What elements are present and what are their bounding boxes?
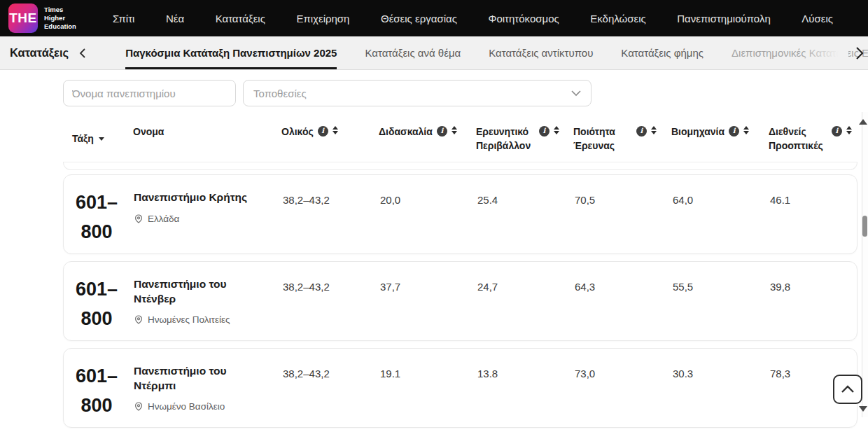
the-logo-text: THE — [9, 11, 37, 26]
score-cell: 55,5 — [664, 281, 761, 340]
column-header-research-environment[interactable]: Ερευνητικό Περιβάλλον i — [468, 120, 565, 153]
chevron-up-icon — [841, 385, 855, 393]
rank-cell: 601– 800 — [64, 188, 125, 253]
back-to-top-button[interactable] — [833, 375, 862, 404]
rankings-tab-bar: Κατατάξεις Παγκόσμια Κατάταξη Πανεπιστημ… — [0, 36, 868, 70]
info-icon[interactable]: i — [636, 126, 647, 137]
university-location: Ηνωμένο Βασίλειο — [134, 401, 261, 412]
sort-toggle-icon[interactable] — [332, 126, 338, 134]
sort-toggle-icon[interactable] — [451, 126, 457, 134]
column-header-international-outlook[interactable]: Διεθνείς Προοπτικές i — [760, 120, 858, 153]
tab-interdisciplinary-rankings[interactable]: Διεπιστημονικές Κατατάξεις Επιστ — [732, 36, 868, 69]
rank-cell: 601– 800 — [64, 274, 125, 340]
nav-item-business[interactable]: Επιχείρηση — [296, 13, 349, 25]
nav-item-news[interactable]: Νέα — [166, 13, 184, 25]
info-icon[interactable]: i — [437, 126, 447, 137]
score-cell: 30.3 — [664, 368, 761, 427]
table-row[interactable]: 601– 800 Πανεπιστήμιο του Ντένβερ Ηνωμέν… — [63, 261, 858, 341]
score-cell: 25.4 — [468, 194, 566, 253]
nav-item-campus[interactable]: Πανεπιστημιούπολη — [677, 13, 770, 25]
tab-world-university-rankings-2025[interactable]: Παγκόσμια Κατάταξη Πανεπιστημίων 2025 — [125, 36, 337, 69]
chevron-left-icon — [78, 48, 86, 59]
score-cell: 73,0 — [566, 368, 664, 427]
column-header-teaching[interactable]: Διδασκαλία i — [370, 120, 468, 153]
table-body: 601– 800 Πανεπιστήμιο Κρήτης Ελλάδα 38,2… — [63, 174, 858, 428]
scroll-tabs-left-button[interactable] — [78, 48, 86, 59]
scrollbar-track[interactable] — [862, 112, 868, 417]
nav-item-jobs[interactable]: Θέσεις εργασίας — [381, 13, 457, 25]
rankings-tabs: Παγκόσμια Κατάταξη Πανεπιστημίων 2025 Κα… — [125, 36, 868, 69]
scrollbar-up-arrow[interactable] — [859, 119, 867, 125]
rankings-table: Τάξη Ονομα Ολικός i Διδασκαλία i Ερευνητ… — [63, 118, 858, 435]
info-icon[interactable]: i — [318, 126, 328, 137]
location-pin-icon — [134, 314, 144, 325]
overall-column-label: Ολικός — [281, 125, 314, 139]
table-row[interactable]: 601– 800 Πανεπιστήμιο του Ντέρμπι Ηνωμέν… — [63, 348, 858, 428]
industry-column-label: Βιομηχανία — [671, 125, 724, 139]
university-name-link[interactable]: Πανεπιστήμιο του Ντέρμπι — [134, 364, 261, 393]
name-cell: Πανεπιστήμιο Κρήτης Ελλάδα — [125, 188, 274, 253]
filters-row: Τοποθεσίες — [63, 80, 592, 106]
tab-reputation-rankings[interactable]: Κατατάξεις φήμης — [621, 36, 704, 69]
score-cell: 38,2–43,2 — [274, 368, 371, 427]
chevron-right-icon — [855, 46, 864, 60]
nav-item-solutions[interactable]: Λύσεις — [802, 13, 833, 25]
top-nav-items: Σπίτι Νέα Κατατάξεις Επιχείρηση Θέσεις ε… — [113, 13, 857, 25]
nav-item-events[interactable]: Εκδηλώσεις — [590, 13, 646, 25]
university-name-link[interactable]: Πανεπιστήμιο Κρήτης — [134, 190, 261, 205]
sort-toggle-icon[interactable] — [651, 126, 657, 134]
info-icon[interactable]: i — [832, 126, 842, 137]
scroll-tabs-right-button[interactable] — [855, 46, 864, 63]
column-header-industry[interactable]: Βιομηχανία i — [663, 120, 760, 153]
info-icon[interactable]: i — [539, 126, 550, 137]
score-cell: 39,8 — [761, 281, 858, 340]
country-label: Ελλάδα — [148, 214, 179, 224]
tab-rankings-by-subject[interactable]: Κατατάξεις ανά θέμα — [365, 36, 461, 69]
section-title: Κατατάξεις — [10, 46, 69, 60]
top-navigation-bar: THE Times Higher Education Σπίτι Νέα Κατ… — [0, 0, 868, 36]
tab-impact-rankings[interactable]: Κατατάξεις αντίκτυπου — [489, 36, 593, 69]
column-header-name[interactable]: Ονομα — [125, 120, 273, 153]
column-header-rank[interactable]: Τάξη — [63, 120, 125, 153]
university-name-link[interactable]: Πανεπιστήμιο του Ντένβερ — [134, 277, 261, 307]
international-outlook-column-label: Διεθνείς Προοπτικές — [769, 125, 827, 153]
score-cell: 37,7 — [371, 281, 468, 340]
score-cell: 64,0 — [664, 194, 761, 253]
scrollbar-down-arrow[interactable] — [859, 406, 867, 412]
nav-item-student[interactable]: Φοιτητόκοσμος — [488, 13, 559, 25]
locations-dropdown[interactable]: Τοποθεσίες — [243, 80, 592, 106]
sort-toggle-icon[interactable] — [554, 126, 559, 134]
nav-item-rankings[interactable]: Κατατάξεις — [216, 13, 265, 25]
name-cell: Πανεπιστήμιο του Ντένβερ Ηνωμένες Πολιτε… — [125, 274, 274, 340]
rank-cell: 601– 800 — [64, 361, 125, 427]
score-cell: 24,7 — [468, 281, 566, 340]
sort-toggle-icon[interactable] — [743, 126, 749, 134]
university-name-input[interactable] — [63, 80, 236, 106]
location-pin-icon — [134, 214, 144, 224]
score-cell: 38,2–43,2 — [274, 194, 371, 253]
table-row[interactable]: 601– 800 Πανεπιστήμιο Κρήτης Ελλάδα 38,2… — [63, 174, 858, 254]
country-label: Ηνωμένο Βασίλειο — [148, 401, 225, 412]
the-logo[interactable]: THE — [8, 4, 38, 33]
sort-toggle-icon[interactable] — [846, 126, 852, 134]
locations-dropdown-placeholder: Τοποθεσίες — [253, 88, 307, 99]
info-icon[interactable]: i — [729, 126, 739, 137]
scrollbar-thumb[interactable] — [862, 216, 867, 237]
score-cell: 64,3 — [566, 281, 664, 340]
score-cell: 38,2–43,2 — [274, 281, 371, 340]
score-cell: 20,0 — [371, 194, 468, 253]
score-cell: 46.1 — [761, 194, 858, 253]
table-header-row: Τάξη Ονομα Ολικός i Διδασκαλία i Ερευνητ… — [63, 118, 858, 153]
brand-name: Times Higher Education — [44, 6, 76, 31]
column-header-overall[interactable]: Ολικός i — [273, 120, 370, 153]
chevron-down-icon — [571, 90, 581, 97]
university-location: Ηνωμένες Πολιτείες — [134, 314, 261, 325]
column-header-research-quality[interactable]: Ποιότητα Έρευνας i — [565, 120, 663, 153]
score-cell: 70,5 — [566, 194, 664, 253]
sort-descending-icon — [99, 137, 104, 141]
rank-column-label: Τάξη — [72, 132, 94, 146]
teaching-column-label: Διδασκαλία — [379, 125, 433, 139]
university-location: Ελλάδα — [134, 214, 261, 224]
research-environment-column-label: Ερευνητικό Περιβάλλον — [476, 125, 535, 153]
nav-item-home[interactable]: Σπίτι — [113, 13, 135, 25]
